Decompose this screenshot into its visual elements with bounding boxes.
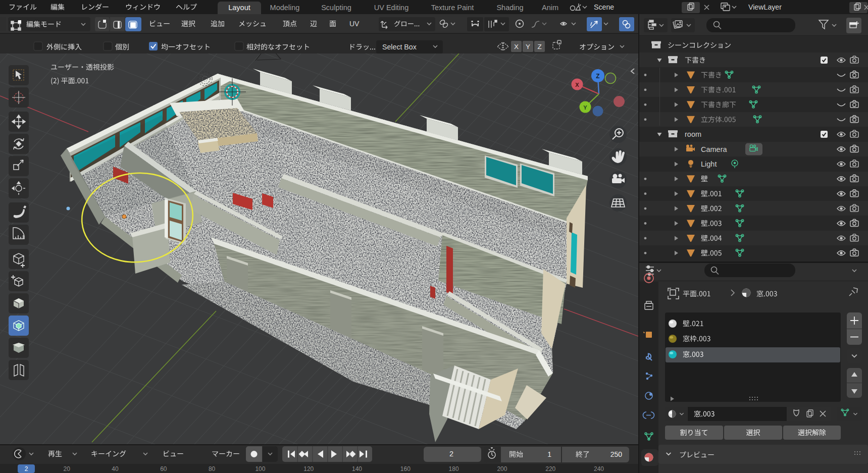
svg-text:UV: UV [349,20,360,28]
svg-text:60: 60 [160,465,167,472]
svg-text:Layout: Layout [228,4,250,12]
svg-text:200: 200 [497,465,507,472]
svg-text:40: 40 [112,465,119,472]
svg-text:Light: Light [701,160,717,168]
svg-text:Camera: Camera [701,145,728,153]
svg-text:Sculpting: Sculpting [321,4,351,12]
svg-text:120: 120 [303,465,314,472]
svg-text:2: 2 [449,450,453,458]
svg-text:250: 250 [610,450,623,458]
svg-text:20: 20 [64,465,71,472]
svg-text:2: 2 [25,465,28,472]
svg-text:140: 140 [352,465,362,472]
svg-text:160: 160 [400,465,411,472]
svg-text:ViewLayer: ViewLayer [748,3,782,11]
svg-text:X: X [514,43,519,50]
svg-text:80: 80 [209,465,216,472]
svg-text:Anim: Anim [542,4,558,12]
svg-text:Shading: Shading [496,4,523,12]
svg-text:220: 220 [545,465,555,472]
svg-text:100: 100 [255,465,265,472]
svg-text:180: 180 [449,465,459,472]
svg-text:1: 1 [547,450,551,458]
svg-text:Scene: Scene [594,3,614,11]
svg-text:Select Box: Select Box [382,43,417,51]
svg-text:Z: Z [537,43,541,50]
svg-text:240: 240 [594,465,604,472]
svg-text:Texture Paint: Texture Paint [431,4,474,12]
svg-text:room: room [685,130,701,138]
svg-text:UV Editing: UV Editing [374,4,409,12]
svg-text:Y: Y [526,43,530,50]
svg-text:Modeling: Modeling [270,4,300,12]
